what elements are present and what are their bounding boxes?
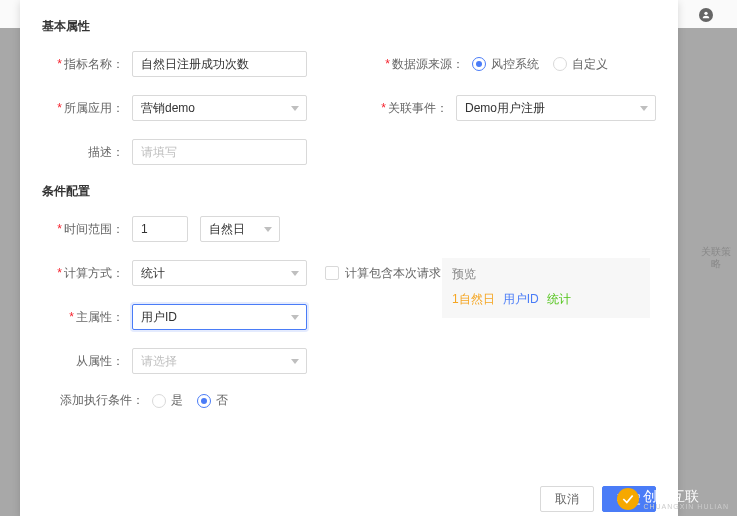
radio-source-risk[interactable]: 风控系统: [472, 56, 539, 73]
preview-attr: 用户ID: [503, 291, 539, 308]
svg-point-0: [704, 12, 707, 15]
label-add-condition: 添加执行条件：: [42, 392, 152, 409]
select-value: Demo用户注册: [465, 100, 545, 117]
label-data-source: 数据源来源：: [382, 56, 472, 73]
select-placeholder: 请选择: [141, 353, 177, 370]
preview-panel: 预览 1自然日 用户ID 统计: [442, 258, 650, 318]
label-sub-attr: 从属性：: [42, 353, 132, 370]
metric-name-input[interactable]: [132, 51, 307, 77]
section-condition-title: 条件配置: [42, 183, 656, 200]
label-calc-method: 计算方式：: [42, 265, 132, 282]
user-icon[interactable]: [699, 8, 713, 22]
select-value: 营销demo: [141, 100, 195, 117]
label-metric-name: 指标名称：: [42, 56, 132, 73]
checkbox-label: 计算包含本次请求: [345, 265, 441, 282]
section-basic-title: 基本属性: [42, 18, 656, 35]
preview-content: 1自然日 用户ID 统计: [452, 291, 640, 308]
time-range-unit-select[interactable]: 自然日: [200, 216, 280, 242]
watermark: 创新互联 CHUANGXIN HULIAN: [617, 488, 729, 510]
preview-calc: 统计: [547, 291, 571, 308]
checkbox-box-icon: [325, 266, 339, 280]
watermark-main: 创新互联: [643, 489, 729, 503]
preview-title: 预览: [452, 266, 640, 283]
radio-dot-icon: [553, 57, 567, 71]
label-main-attr: 主属性：: [42, 309, 132, 326]
radio-label: 否: [216, 392, 228, 409]
select-value: 用户ID: [141, 309, 177, 326]
data-source-radio-group: 风控系统 自定义: [472, 56, 608, 73]
add-condition-radio-group: 是 否: [152, 392, 228, 409]
label-time-range: 时间范围：: [42, 221, 132, 238]
radio-dot-icon: [197, 394, 211, 408]
desc-input[interactable]: [132, 139, 307, 165]
side-column-header: 关联策略: [701, 246, 731, 270]
radio-dot-icon: [472, 57, 486, 71]
label-desc: 描述：: [42, 144, 132, 161]
radio-label: 风控系统: [491, 56, 539, 73]
watermark-sub: CHUANGXIN HULIAN: [643, 503, 729, 510]
app-select[interactable]: 营销demo: [132, 95, 307, 121]
metric-config-modal: 基本属性 指标名称： 数据源来源： 风控系统 自定义 所属应用：: [20, 0, 678, 516]
include-current-checkbox[interactable]: 计算包含本次请求: [325, 265, 441, 282]
calc-method-select[interactable]: 统计: [132, 260, 307, 286]
related-event-select[interactable]: Demo用户注册: [456, 95, 656, 121]
radio-dot-icon: [152, 394, 166, 408]
main-attr-select[interactable]: 用户ID: [132, 304, 307, 330]
sub-attr-select[interactable]: 请选择: [132, 348, 307, 374]
radio-source-custom[interactable]: 自定义: [553, 56, 608, 73]
preview-time: 1自然日: [452, 291, 495, 308]
watermark-logo-icon: [617, 488, 639, 510]
select-value: 统计: [141, 265, 165, 282]
radio-cond-no[interactable]: 否: [197, 392, 228, 409]
radio-cond-yes[interactable]: 是: [152, 392, 183, 409]
radio-label: 是: [171, 392, 183, 409]
radio-label: 自定义: [572, 56, 608, 73]
cancel-button[interactable]: 取消: [540, 486, 594, 512]
select-value: 自然日: [209, 221, 245, 238]
time-range-number-input[interactable]: [132, 216, 188, 242]
label-related-event: 关联事件：: [366, 100, 456, 117]
label-app: 所属应用：: [42, 100, 132, 117]
